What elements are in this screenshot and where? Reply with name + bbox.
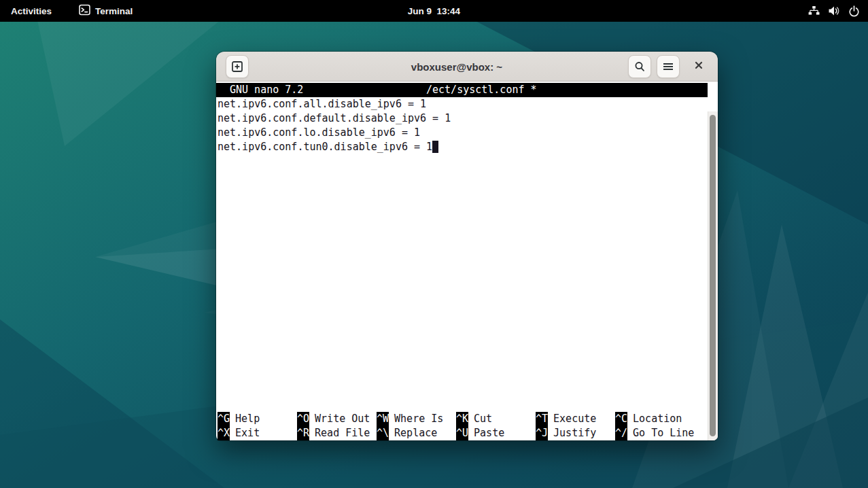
clock-calendar-button[interactable] bbox=[381, 0, 489, 22]
activities-button[interactable]: Activities bbox=[11, 0, 52, 22]
nano-filename-label: /ect/sysctl.conf * bbox=[426, 83, 537, 97]
buffer-line: net.ipv6.conf.all.disable_ipv6 = 1 bbox=[216, 97, 708, 111]
terminal-headerbar[interactable]: vboxuser@vbox: ~ bbox=[216, 52, 718, 82]
gnome-top-bar: Activities Terminal Jun 9 13:44 bbox=[0, 0, 868, 22]
shortcut-help: ^GHelp bbox=[218, 412, 297, 426]
terminal-window: vboxuser@vbox: ~ bbox=[216, 52, 718, 440]
system-status-area[interactable] bbox=[808, 0, 860, 22]
nano-version-label: GNU nano 7.2 bbox=[230, 83, 303, 97]
nano-shortcut-row-1: ^GHelp ^OWrite Out ^WWhere Is ^KCut ^TEx… bbox=[218, 412, 708, 426]
network-icon bbox=[808, 5, 820, 16]
buffer-line: net.ipv6.conf.tun0.disable_ipv6 = 1 bbox=[216, 140, 708, 154]
menu-button[interactable] bbox=[657, 55, 680, 78]
nano-editor: GNU nano 7.2 /ect/sysctl.conf * net.ipv6… bbox=[216, 83, 708, 440]
shortcut-where-is: ^WWhere Is bbox=[377, 412, 456, 426]
close-icon bbox=[694, 60, 704, 73]
terminal-screen[interactable]: GNU nano 7.2 /ect/sysctl.conf * net.ipv6… bbox=[216, 82, 718, 440]
focused-app-menu[interactable]: Terminal bbox=[79, 0, 133, 22]
shortcut-paste: ^UPaste bbox=[456, 426, 536, 440]
close-button[interactable] bbox=[689, 57, 708, 76]
terminal-app-icon bbox=[79, 4, 90, 18]
shortcut-cut: ^KCut bbox=[456, 412, 536, 426]
hamburger-menu-icon bbox=[662, 61, 674, 72]
nano-buffer: net.ipv6.conf.all.disable_ipv6 = 1 net.i… bbox=[216, 97, 708, 154]
nano-titlebar: GNU nano 7.2 /ect/sysctl.conf * bbox=[216, 83, 708, 97]
shortcut-location: ^CLocation bbox=[615, 412, 695, 426]
text-cursor bbox=[432, 141, 438, 153]
volume-icon bbox=[828, 5, 840, 16]
shortcut-justify: ^JJustify bbox=[536, 426, 615, 440]
search-icon bbox=[633, 60, 646, 73]
search-button[interactable] bbox=[628, 55, 651, 78]
nano-shortcut-row-2: ^XExit ^RRead File ^\Replace ^UPaste ^JJ… bbox=[218, 426, 708, 440]
new-tab-icon bbox=[230, 60, 244, 73]
scrollbar-thumb[interactable] bbox=[710, 115, 716, 436]
shortcut-go-to-line: ^/Go To Line bbox=[615, 426, 695, 440]
shortcut-replace: ^\Replace bbox=[377, 426, 456, 440]
buffer-line-text: net.ipv6.conf.tun0.disable_ipv6 = 1 bbox=[218, 141, 432, 153]
shortcut-exit: ^XExit bbox=[218, 426, 297, 440]
shortcut-read-file: ^RRead File bbox=[297, 426, 377, 440]
activities-label: Activities bbox=[11, 6, 52, 16]
terminal-scrollbar[interactable] bbox=[708, 111, 718, 440]
buffer-line: net.ipv6.conf.lo.disable_ipv6 = 1 bbox=[216, 126, 708, 140]
focused-app-label: Terminal bbox=[95, 6, 133, 16]
window-title: vboxuser@vbox: ~ bbox=[298, 52, 616, 82]
shortcut-execute: ^TExecute bbox=[536, 412, 615, 426]
buffer-line: net.ipv6.conf.default.disable_ipv6 = 1 bbox=[216, 111, 708, 126]
new-tab-button[interactable] bbox=[226, 55, 249, 78]
power-icon bbox=[848, 5, 860, 17]
shortcut-write-out: ^OWrite Out bbox=[297, 412, 377, 426]
